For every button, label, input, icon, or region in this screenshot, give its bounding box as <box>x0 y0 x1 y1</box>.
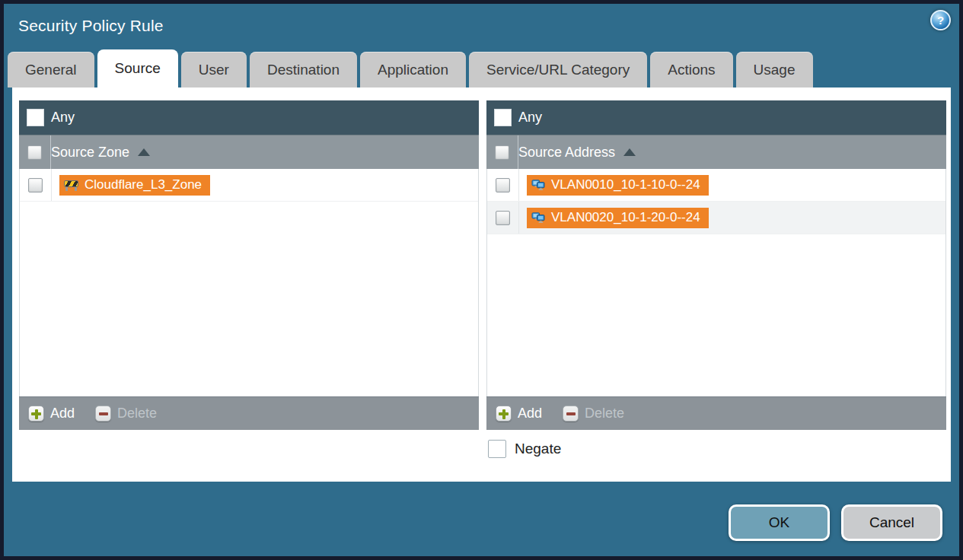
minus-icon <box>95 406 111 422</box>
address-object-chip[interactable]: VLAN0010_10-1-10-0--24 <box>527 175 709 196</box>
panels-container: Any Source Zone Cloudflare_L3_Zone <box>19 100 946 430</box>
address-icon <box>531 180 545 191</box>
ok-button[interactable]: OK <box>729 504 830 541</box>
table-row[interactable]: VLAN0020_10-1-20-0--24 <box>487 202 945 234</box>
source-address-select-all-checkbox[interactable] <box>495 145 509 160</box>
security-policy-rule-dialog: Security Policy Rule ? General Source Us… <box>0 0 963 560</box>
help-icon[interactable]: ? <box>930 10 951 30</box>
zone-icon <box>64 180 78 191</box>
source-address-any-checkbox[interactable] <box>494 109 512 126</box>
source-zone-select-all-checkbox[interactable] <box>27 145 42 160</box>
source-zone-any-label: Any <box>51 110 75 126</box>
source-address-any-row: Any <box>486 100 946 135</box>
delete-button-label: Delete <box>117 406 157 422</box>
add-button-label: Add <box>518 406 542 422</box>
source-zone-any-checkbox[interactable] <box>27 109 44 126</box>
tab-general[interactable]: General <box>8 52 94 88</box>
tab-actions[interactable]: Actions <box>650 52 732 88</box>
minus-icon <box>563 406 579 422</box>
zone-object-label: Cloudflare_L3_Zone <box>85 177 202 192</box>
source-zone-list: Cloudflare_L3_Zone <box>19 169 479 396</box>
add-button[interactable]: Add <box>28 406 75 422</box>
source-zone-any-row: Any <box>19 100 479 135</box>
tab-usage[interactable]: Usage <box>736 52 813 88</box>
address-object-label: VLAN0010_10-1-10-0--24 <box>551 177 700 192</box>
row-checkbox[interactable] <box>496 211 510 225</box>
source-zone-panel: Any Source Zone Cloudflare_L3_Zone <box>19 100 479 430</box>
source-address-toolbar: Add Delete <box>486 396 946 430</box>
zone-object-chip[interactable]: Cloudflare_L3_Zone <box>59 175 210 196</box>
sort-ascending-icon <box>623 148 636 156</box>
row-checkbox[interactable] <box>496 178 510 192</box>
tab-destination[interactable]: Destination <box>250 52 357 88</box>
cancel-button[interactable]: Cancel <box>841 504 942 541</box>
row-checkbox[interactable] <box>28 178 43 192</box>
negate-row: Negate <box>488 440 561 458</box>
tab-user[interactable]: User <box>181 52 247 88</box>
negate-label: Negate <box>515 441 561 457</box>
delete-button[interactable]: Delete <box>563 406 624 422</box>
dialog-title-bar: Security Policy Rule ? <box>4 4 959 49</box>
negate-checkbox[interactable] <box>488 440 506 458</box>
source-address-column-header[interactable]: Source Address <box>486 135 946 169</box>
source-address-column-label: Source Address <box>518 145 615 161</box>
source-address-panel: Any Source Address <box>486 100 946 430</box>
plus-icon <box>28 406 44 422</box>
table-row[interactable]: VLAN0010_10-1-10-0--24 <box>487 169 945 202</box>
address-object-label: VLAN0020_10-1-20-0--24 <box>551 210 700 225</box>
tab-application[interactable]: Application <box>360 52 466 88</box>
dialog-title: Security Policy Rule <box>18 17 164 35</box>
source-zone-toolbar: Add Delete <box>19 396 479 430</box>
table-row[interactable]: Cloudflare_L3_Zone <box>20 169 478 202</box>
add-button-label: Add <box>50 406 75 422</box>
plus-icon <box>496 406 512 422</box>
add-button[interactable]: Add <box>496 406 542 422</box>
address-icon <box>531 212 545 224</box>
source-address-list: VLAN0010_10-1-10-0--24 <box>486 169 946 396</box>
source-address-any-label: Any <box>518 110 542 126</box>
source-tab-content: Any Source Zone Cloudflare_L3_Zone <box>12 88 951 482</box>
sort-ascending-icon <box>138 148 150 156</box>
delete-button-label: Delete <box>585 406 624 422</box>
tab-source[interactable]: Source <box>97 49 178 88</box>
address-object-chip[interactable]: VLAN0020_10-1-20-0--24 <box>527 208 709 228</box>
tab-bar: General Source User Destination Applicat… <box>4 49 959 88</box>
tab-service-url-category[interactable]: Service/URL Category <box>469 52 647 88</box>
source-zone-column-label: Source Zone <box>51 145 129 161</box>
delete-button[interactable]: Delete <box>95 406 157 422</box>
source-zone-column-header[interactable]: Source Zone <box>19 135 479 169</box>
